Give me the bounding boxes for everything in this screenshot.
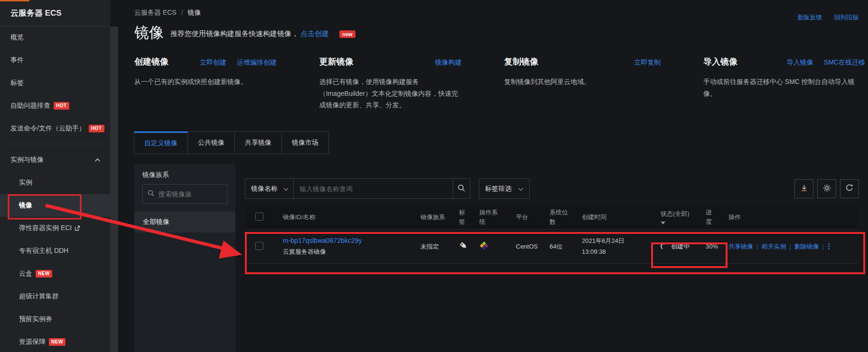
row-actions: 共享镜像 | 相关实例 | 删除镜像 | — [721, 242, 859, 251]
breadcrumb-root[interactable]: 云服务器 ECS — [134, 9, 177, 17]
row-platform: CentOS — [508, 243, 542, 250]
row-progress: 30% — [698, 243, 721, 250]
card-title: 创建镜像 — [134, 56, 168, 67]
col-family: 镜像族系 — [413, 213, 451, 222]
col-status: 状态(全部) — [653, 210, 698, 224]
topright-links: 新版反馈 回到旧版 — [797, 13, 859, 22]
image-id-link[interactable]: m-bp17qslbwa0872bkc29y — [283, 237, 413, 244]
sidebar-item-resource-guarantee[interactable]: 资源保障 NEW — [0, 331, 110, 352]
download-icon — [800, 184, 808, 194]
sidebar-item-overview[interactable]: 概览 — [0, 26, 110, 49]
image-name-search-input[interactable] — [294, 179, 453, 198]
chevron-up-icon — [94, 158, 101, 162]
card-desc: 从一个已有的实例或快照创建新镜像。 — [134, 76, 277, 88]
tag-icon[interactable] — [459, 245, 468, 252]
family-all-images-item[interactable]: 全部镜像 — [134, 212, 235, 232]
tab-custom-images[interactable]: 自定义镜像 — [134, 131, 188, 154]
image-builder-button[interactable]: 镜像构建 — [435, 58, 462, 67]
table-toolbar: 镜像名称 标签筛选 — [245, 178, 859, 199]
family-panel-title: 镜像族系 — [134, 164, 235, 179]
card-update-image: 更新镜像 镜像构建 选择已有镜像，使用镜像构建服务（ImageBuilder）文… — [319, 56, 462, 111]
related-instances-link[interactable]: 相关实例 — [761, 242, 786, 251]
oos-create-button[interactable]: 运维编排创建 — [237, 58, 277, 67]
chevron-down-icon — [283, 185, 289, 193]
old-version-link[interactable]: 回到旧版 — [834, 13, 859, 22]
centos-icon — [479, 245, 489, 252]
sidebar-item-reserved-instances[interactable]: 预留实例券 — [0, 308, 110, 331]
card-title: 更新镜像 — [319, 56, 354, 67]
sidebar-item-eci[interactable]: 弹性容器实例 ECI — [0, 217, 110, 240]
page-subtitle: 推荐您使用镜像构建服务快速构建镜像， 点击创建 — [170, 29, 329, 41]
main-content: 云服务器 ECS / 镜像 新版反馈 回到旧版 镜像 推荐您使用镜像构建服务快速… — [118, 0, 868, 352]
new-badge: NEW — [49, 338, 65, 346]
card-desc: 选择已有镜像，使用镜像构建服务（ImageBuilder）文本化定制镜像内容，快… — [319, 76, 462, 111]
hot-badge: HOT — [54, 102, 69, 110]
sidebar-item-events[interactable]: 事件 — [0, 49, 110, 72]
sidebar-title: 云服务器 ECS — [0, 0, 110, 26]
feedback-link[interactable]: 新版反馈 — [797, 13, 822, 22]
col-id-name[interactable]: 镜像ID/名称 — [275, 213, 413, 222]
row-os — [472, 241, 508, 252]
delete-image-link[interactable]: 删除镜像 — [794, 242, 819, 251]
create-now-button[interactable]: 立即创建 — [200, 58, 226, 67]
row-checkbox[interactable] — [255, 242, 263, 250]
page-title: 镜像 — [134, 25, 164, 41]
table-row: m-bp17qslbwa0872bkc29y 云翼服务器镜像 未指定 — [245, 230, 859, 264]
create-now-link[interactable]: 点击创建 — [300, 29, 329, 37]
share-image-link[interactable]: 共享镜像 — [728, 242, 753, 251]
image-name-search-box — [294, 178, 453, 199]
sidebar-divider — [4, 144, 106, 144]
sidebar-item-cloudbox[interactable]: 云盒 NEW — [0, 262, 110, 285]
sidebar-item-images[interactable]: 镜像 — [0, 194, 110, 217]
family-search-input[interactable] — [159, 190, 215, 198]
search-field-dropdown[interactable]: 镜像名称 — [245, 178, 294, 199]
breadcrumb: 云服务器 ECS / 镜像 — [134, 9, 201, 17]
sidebar-item-instances[interactable]: 实例 — [0, 171, 110, 194]
sidebar-scrollbar[interactable] — [110, 27, 118, 352]
refresh-icon — [845, 184, 854, 194]
card-title: 复制镜像 — [504, 56, 538, 67]
sidebar-item-tags[interactable]: 标签 — [0, 72, 110, 94]
new-badge: NEW — [36, 270, 52, 278]
export-button[interactable] — [794, 179, 813, 198]
settings-button[interactable] — [817, 179, 836, 198]
external-link-icon — [75, 225, 80, 231]
tab-public-images[interactable]: 公共镜像 — [188, 131, 235, 154]
status-filter-icon[interactable] — [661, 222, 665, 224]
chevron-down-icon — [518, 185, 523, 193]
sidebar-item-send-command[interactable]: 发送命令/文件（云助手） HOT — [0, 117, 110, 140]
col-created: 创建时间 — [574, 213, 653, 222]
table-header: 镜像ID/名称 镜像族系 标签 操作系统 平台 系统位数 创建时间 状态(全部)… — [245, 205, 859, 230]
more-actions-icon[interactable] — [828, 243, 830, 250]
family-search-box — [142, 184, 227, 204]
search-icon — [457, 184, 466, 194]
row-created: 2021年6月24日 13:09:38 — [574, 236, 653, 257]
card-import-image: 导入镜像 导入镜像 SMC在线迁移 手动或前往服务器迁移中心 SMC 控制台自动… — [703, 56, 865, 111]
row-bits: 64位 — [542, 242, 574, 251]
refresh-button[interactable] — [840, 179, 859, 198]
row-status: 创建中 — [653, 242, 698, 251]
loading-spinner-icon — [660, 243, 668, 250]
tab-image-marketplace[interactable]: 镜像市场 — [282, 131, 329, 154]
image-tabs: 自定义镜像 公共镜像 共享镜像 镜像市场 — [134, 131, 329, 154]
breadcrumb-separator: / — [181, 9, 183, 17]
sidebar-group-instances-images[interactable]: 实例与镜像 — [0, 148, 110, 171]
sidebar-item-self-diagnosis[interactable]: 自助问题排查 HOT — [0, 94, 110, 117]
sidebar-item-ddh[interactable]: 专有宿主机 DDH — [0, 240, 110, 262]
new-badge: new — [339, 30, 355, 38]
row-tags — [451, 241, 472, 252]
tab-shared-images[interactable]: 共享镜像 — [235, 131, 282, 154]
image-name: 云翼服务器镜像 — [283, 248, 413, 256]
col-actions: 操作 — [721, 213, 859, 222]
tag-filter-dropdown[interactable]: 标签筛选 — [479, 178, 530, 199]
select-all-checkbox[interactable] — [255, 213, 263, 221]
titlebar: 镜像 推荐您使用镜像构建服务快速构建镜像， 点击创建 new — [134, 25, 355, 41]
search-button[interactable] — [453, 178, 470, 199]
smc-migration-button[interactable]: SMC在线迁移 — [824, 58, 865, 67]
sidebar-item-scc[interactable]: 超级计算集群 — [0, 285, 110, 308]
copy-now-button[interactable]: 立即复制 — [634, 58, 661, 67]
import-image-button[interactable]: 导入镜像 — [787, 58, 813, 67]
hot-badge: HOT — [89, 125, 104, 132]
table-area: 镜像名称 标签筛选 — [236, 164, 868, 352]
card-desc: 复制镜像到其他阿里云地域。 — [504, 76, 661, 88]
